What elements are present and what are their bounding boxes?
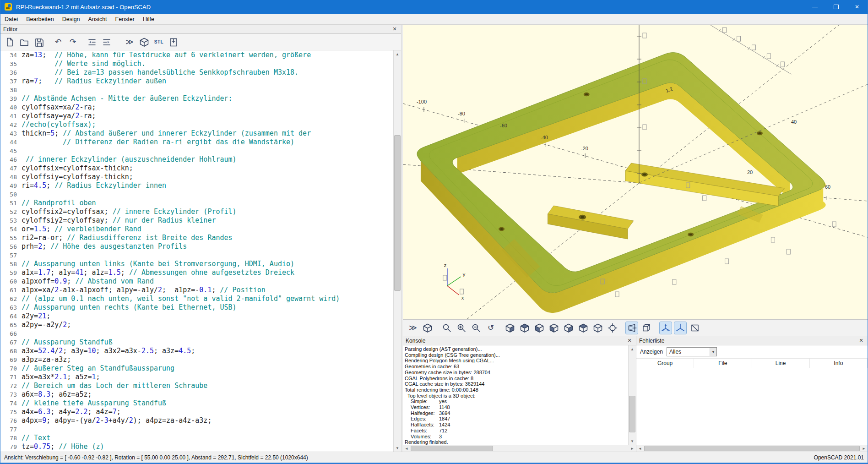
line-number: 44 [0,138,22,147]
print-3d-icon [168,37,179,47]
code-line: 67// Aussparung Standfuß [0,338,393,347]
step-screw-hole-center [580,216,584,218]
toolbar-save-file-button[interactable] [33,36,45,49]
minimize-button[interactable]: — [804,0,825,14]
triad-x-label: x [461,295,464,300]
viewport-toolbar: ≫↺ [403,320,868,336]
code-editor[interactable]: 34za=13; // Höhe, kann für Testdrucke au… [0,50,393,452]
zoom-out-button[interactable] [470,322,483,334]
line-number: 47 [0,164,22,173]
toolbar-unindent-button[interactable] [86,36,98,49]
toolbar-redo-button[interactable]: ↷ [66,36,79,49]
show-axes-button[interactable] [674,322,687,334]
scroll-down-icon[interactable]: ▼ [629,437,636,445]
render-button[interactable] [421,322,434,334]
view-bottom-button[interactable] [533,322,546,334]
menu-item-ansicht[interactable]: Ansicht [84,14,111,24]
scroll-right-icon[interactable]: ► [860,447,868,451]
line-number: 73 [0,390,22,399]
toolbar-render-button[interactable] [138,36,151,49]
line-number: 55 [0,234,22,242]
toolbar-new-file-button[interactable] [3,36,16,49]
line-number: 48 [0,173,22,181]
console-close-button[interactable]: ✕ [626,338,633,344]
console-scrollbar-thumb[interactable] [629,396,635,432]
code-line: 55ri2=ra-or; // Radiusdifferenz ist Brei… [0,234,393,242]
filter-dropdown[interactable]: Alles ▼ [667,347,717,356]
show-scale-markers-button[interactable] [659,322,672,334]
scroll-up-icon[interactable]: ▲ [629,345,636,353]
line-number: 65 [0,321,22,329]
view-back-button[interactable] [577,322,590,334]
editor-panel-header: Editor ✕ [0,25,401,34]
toolbar-preview-button[interactable]: ≫ [123,36,136,49]
toolbar-indent-button[interactable] [100,36,113,49]
errorlist-hscrollbar-thumb[interactable] [644,446,860,451]
column-header-line: Line [752,359,810,368]
errorlist-close-button[interactable]: ✕ [857,338,865,344]
toolbar-print-3d-button[interactable] [167,36,180,49]
console-hscrollbar-thumb[interactable] [411,446,493,451]
menu-item-datei[interactable]: Datei [0,14,22,24]
viewport-canvas[interactable]: x y z [403,25,868,319]
scroll-left-icon[interactable]: ◄ [403,447,410,451]
show-edges-icon [690,323,700,333]
view-left-button[interactable] [548,322,560,334]
errorlist-body[interactable] [636,368,868,445]
menu-item-hilfe[interactable]: Hilfe [139,14,158,24]
column-header-file: File [694,359,752,368]
view-right-button[interactable] [504,322,516,334]
menu-item-bearbeiten[interactable]: Bearbeiten [22,14,58,24]
menu-item-fenster[interactable]: Fenster [111,14,139,24]
console-horizontal-scrollbar[interactable]: ◄ ► [403,445,636,452]
perspective-button[interactable] [625,322,638,334]
editor-scrollbar-thumb[interactable] [394,135,401,291]
editor-toolbar: ↶↷≫STL [0,34,401,50]
preview-icon: ≫ [125,38,134,46]
scroll-up-icon[interactable]: ▲ [394,50,401,58]
view-back-icon [578,323,588,333]
view-top-button[interactable] [518,322,531,334]
scroll-down-icon[interactable]: ▼ [394,444,401,452]
view-all-button[interactable] [440,322,453,334]
preview-button[interactable]: ≫ [407,322,419,334]
maximize-button[interactable] [825,0,846,14]
errorlist-horizontal-scrollbar[interactable]: ◄ ► [636,445,868,452]
reset-view-button[interactable]: ↺ [484,322,497,334]
new-file-icon [5,37,15,47]
toolbar-undo-button[interactable]: ↶ [52,36,65,49]
console-line: Rendering Polygon Mesh using CGAL... [405,358,628,364]
console-line: Facets:712 [405,428,628,434]
column-header-group: Group [636,359,694,368]
scroll-right-icon[interactable]: ► [629,447,636,451]
orthographic-button[interactable] [640,322,653,334]
line-number: 39 [0,94,22,103]
toolbar-export-stl-button[interactable]: STL [152,36,165,49]
show-edges-button[interactable] [689,322,701,334]
code-line: 52cyloffsix2=cyloffsax; // innere Eckzyl… [0,207,393,216]
console-line: CGAL cache size in bytes: 3629144 [405,381,628,387]
code-line: 72// Bereich um das Loch der mittleren S… [0,382,393,390]
line-number: 46 [0,155,22,164]
editor-vertical-scrollbar[interactable]: ▲ ▼ [393,50,401,452]
console-vertical-scrollbar[interactable]: ▲ ▼ [628,345,636,445]
titlebar: RPI-Rueckwand-1.2 mit Aufsatz.scad - Ope… [0,0,868,14]
code-line: 38 [0,86,393,94]
view-front-button[interactable] [562,322,575,334]
viewport-3d[interactable]: x y z -100-80-60-40-204020601.2 [403,25,868,320]
console-line: Total rendering time: 0:00:00.148 [405,387,628,393]
zoom-in-button[interactable] [455,322,468,334]
editor-close-button[interactable]: ✕ [391,26,398,32]
view-center-button[interactable] [606,322,619,334]
scroll-left-icon[interactable]: ◄ [636,447,644,451]
show-axes-icon [675,323,685,333]
toolbar-open-file-button[interactable] [18,36,31,49]
reset-view-icon: ↺ [488,324,494,332]
axis-label: -20 [581,146,588,151]
code-line: 62// (a1pz um 0.1 nach unten, weil sonst… [0,295,393,303]
console-line: Edges:1847 [405,416,628,422]
menu-item-design[interactable]: Design [58,14,84,24]
status-view-info: Ansicht: Verschiebung = [ -0.60 -0.92 -0… [4,454,308,461]
close-button[interactable]: ✕ [846,0,868,14]
view-diagonal-button[interactable] [591,322,604,334]
